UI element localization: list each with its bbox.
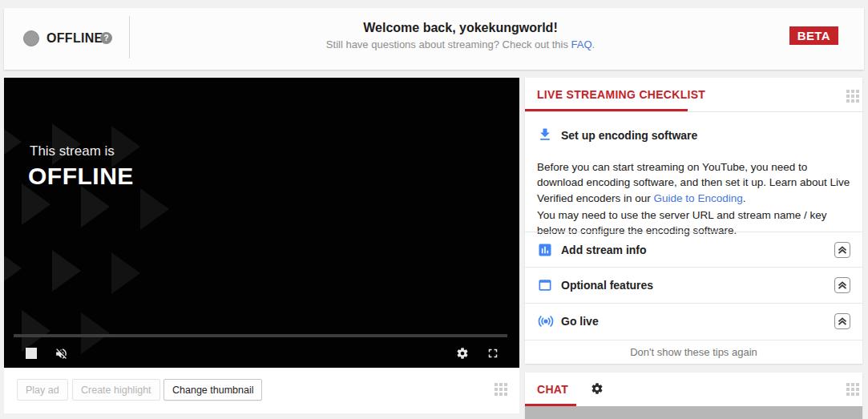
offline-status-dot (23, 30, 39, 46)
drag-dots-icon[interactable] (846, 383, 850, 386)
checklist-header-border (525, 111, 862, 112)
checklist-row-optional-features[interactable]: Optional features (525, 267, 862, 303)
collapse-chevrons-icon[interactable] (834, 277, 850, 293)
offline-triangle-pattern (4, 78, 519, 368)
settings-gear-icon[interactable] (456, 347, 469, 360)
live-dashboard: OFFLINE ? Welcome back, yokekungworld! S… (0, 0, 868, 419)
fullscreen-icon[interactable] (486, 346, 500, 361)
chat-title: CHAT (537, 383, 568, 396)
checklist-row-label: Optional features (561, 279, 653, 292)
checklist-row-go-live[interactable]: Go live (525, 303, 862, 340)
player-progress-bar[interactable] (14, 334, 507, 337)
stream-status-label: OFFLINE (46, 31, 103, 46)
welcome-subtitle-period: . (592, 38, 595, 50)
player-actions-bar: Play ad Create highlight Change thumbnai… (4, 368, 519, 413)
volume-muted-icon[interactable] (55, 347, 68, 361)
guide-to-encoding-link[interactable]: Guide to Encoding (654, 192, 743, 204)
help-icon[interactable]: ? (100, 32, 112, 44)
bar-chart-icon (537, 242, 553, 258)
drag-dots-icon[interactable] (846, 90, 850, 93)
stop-button[interactable] (26, 348, 37, 359)
top-header: OFFLINE ? Welcome back, yokekungworld! S… (4, 8, 864, 70)
checklist-row-add-stream-info[interactable]: Add stream info (525, 232, 862, 267)
welcome-title: Welcome back, yokekungworld! (129, 21, 792, 35)
video-player: This stream is OFFLINE (4, 78, 519, 368)
create-highlight-button[interactable]: Create highlight (72, 379, 160, 401)
offline-message-line1: This stream is (30, 143, 115, 159)
settings-gear-icon[interactable] (591, 382, 604, 395)
download-icon (537, 127, 553, 143)
live-streaming-checklist-panel: LIVE STREAMING CHECKLIST Set up encoding… (525, 78, 862, 364)
checklist-row-label: Go live (561, 315, 599, 328)
welcome-block: Welcome back, yokekungworld! Still have … (129, 21, 792, 50)
checklist-title: LIVE STREAMING CHECKLIST (537, 88, 705, 101)
paragraph-1-period: . (743, 192, 746, 204)
faq-link[interactable]: FAQ (571, 38, 592, 50)
beta-badge: BETA (789, 26, 838, 45)
collapse-chevrons-icon[interactable] (834, 313, 850, 329)
welcome-subtitle-text: Still have questions about streaming? Ch… (326, 38, 571, 50)
chat-body-placeholder (525, 406, 862, 419)
dismiss-tips-link[interactable]: Don't show these tips again (525, 340, 862, 364)
play-ad-button[interactable]: Play ad (17, 379, 68, 401)
broadcast-icon (537, 313, 555, 329)
chat-panel: CHAT (525, 373, 862, 419)
checklist-paragraph-1: Before you can start streaming on YouTub… (537, 159, 853, 207)
drag-dots-icon[interactable] (495, 383, 498, 386)
welcome-subtitle: Still have questions about streaming? Ch… (129, 38, 792, 50)
change-thumbnail-button[interactable]: Change thumbnail (164, 379, 262, 401)
checklist-row-label: Add stream info (561, 244, 647, 256)
card-icon (537, 277, 553, 293)
checklist-step-title: Set up encoding software (561, 129, 697, 142)
offline-message-line2: OFFLINE (28, 163, 134, 190)
collapse-chevrons-icon[interactable] (834, 242, 850, 258)
